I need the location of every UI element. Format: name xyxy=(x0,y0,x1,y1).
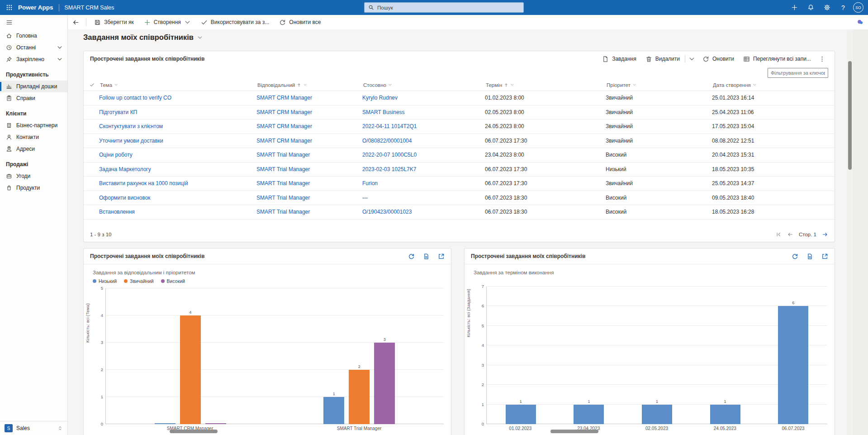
bar[interactable] xyxy=(205,423,226,424)
column-header[interactable]: Дата створення xyxy=(712,82,835,88)
table-row[interactable]: Follow up contact to verify COSMART CRM … xyxy=(84,91,835,105)
sidebar-item-cases[interactable]: Справи xyxy=(0,92,67,104)
create-button[interactable]: Створення xyxy=(139,15,196,29)
column-header[interactable]: Тема xyxy=(99,82,256,88)
bar[interactable] xyxy=(778,306,808,424)
bar[interactable] xyxy=(642,405,672,424)
topic-link[interactable]: Виставити рахунок на 1000 позицій xyxy=(99,180,188,186)
table-row[interactable]: ВстановленняSMART Trial ManagerO/190423/… xyxy=(84,205,835,220)
topic-link[interactable]: Задача Маркетологу xyxy=(99,166,151,172)
table-row[interactable]: Оціни роботуSMART Trial Manager2022-20-0… xyxy=(84,148,835,163)
delete-dropdown-button[interactable] xyxy=(686,52,697,66)
bar[interactable] xyxy=(574,405,604,424)
topic-link[interactable]: Уточнити умови доставки xyxy=(99,138,163,144)
bar[interactable] xyxy=(155,423,175,424)
bar[interactable] xyxy=(374,343,395,424)
legend-item[interactable]: Звичайний xyxy=(124,277,154,285)
sidebar-item-pinned[interactable]: Закріплено xyxy=(0,53,67,65)
chart-hscrollbar[interactable] xyxy=(550,430,598,433)
sidebar-item-partners[interactable]: Бізнес-партнери xyxy=(0,120,67,131)
app-name[interactable]: SMART CRM Sales xyxy=(65,5,114,11)
task-button[interactable]: Завдання xyxy=(598,52,640,66)
column-header[interactable]: Термін xyxy=(485,82,606,88)
settings-button[interactable] xyxy=(819,0,835,15)
owner-link[interactable]: SMART CRM Manager xyxy=(256,109,312,115)
owner-link[interactable]: SMART CRM Manager xyxy=(256,95,312,101)
regarding-link[interactable]: 2023-02-03 1025L7K7 xyxy=(362,166,416,172)
product-name[interactable]: Power Apps xyxy=(18,4,53,11)
account-avatar[interactable]: SO xyxy=(853,2,863,13)
sidebar-item-products[interactable]: Продукти xyxy=(0,182,67,194)
sidebar-item-recent[interactable]: Останні xyxy=(0,42,67,53)
environment-switcher[interactable]: S Sales xyxy=(0,421,67,435)
table-row[interactable]: Підготувати КПSMART CRM ManagerSMART Bus… xyxy=(84,105,835,120)
save-as-button[interactable]: Зберегти як xyxy=(89,15,139,29)
sidebar-item-dashboards[interactable]: Приладні дошки xyxy=(0,81,67,92)
new-item-button[interactable] xyxy=(786,0,802,15)
chart-hscrollbar[interactable] xyxy=(170,430,218,433)
view-records-icon[interactable] xyxy=(423,253,430,260)
regarding-link[interactable]: O/190423/00001023 xyxy=(362,209,412,215)
use-as-button[interactable]: Використовувати за з... xyxy=(196,15,275,29)
table-row[interactable]: Виставити рахунок на 1000 позиційSMART T… xyxy=(84,177,835,191)
sidebar-item-contacts[interactable]: Контакти xyxy=(0,131,67,143)
bar[interactable] xyxy=(323,397,344,424)
sidebar-toggle-button[interactable] xyxy=(0,15,67,30)
topic-link[interactable]: Встановлення xyxy=(99,209,135,215)
select-all-checkbox[interactable] xyxy=(84,82,99,87)
bar[interactable] xyxy=(506,405,536,424)
page-scrollbar-track[interactable] xyxy=(847,29,853,435)
expand-icon[interactable] xyxy=(438,253,445,260)
dashboard-selector[interactable]: Завдання моїх співробітників xyxy=(83,33,203,42)
owner-link[interactable]: SMART CRM Manager xyxy=(256,138,312,144)
owner-link[interactable]: SMART CRM Manager xyxy=(256,123,312,129)
view-records-icon[interactable] xyxy=(806,253,813,260)
table-row[interactable]: Задача МаркетологуSMART Trial Manager202… xyxy=(84,163,835,177)
regarding-link[interactable]: SMART Business xyxy=(362,109,405,115)
refresh-all-button[interactable]: Оновити все xyxy=(274,15,326,29)
view-all-records-button[interactable]: Переглянути всі запи... xyxy=(739,52,815,66)
first-page-icon[interactable] xyxy=(775,231,782,238)
owner-link[interactable]: SMART Trial Manager xyxy=(256,180,310,186)
topic-link[interactable]: Підготувати КП xyxy=(99,109,137,115)
column-header[interactable]: Відповідальний xyxy=(256,82,362,88)
topic-link[interactable]: Сконтуктувати з клієнтом xyxy=(99,123,163,129)
help-button[interactable]: ? xyxy=(835,0,851,15)
bar[interactable] xyxy=(180,315,201,424)
expand-icon[interactable] xyxy=(821,253,828,260)
table-row[interactable]: Оформити висновокSMART Trial Manager---0… xyxy=(84,191,835,206)
global-search-box[interactable]: Пошук xyxy=(364,2,524,13)
bar[interactable] xyxy=(349,370,370,424)
notifications-button[interactable] xyxy=(802,0,819,15)
refresh-button[interactable]: Оновити xyxy=(698,52,738,66)
keyword-filter-input[interactable] xyxy=(768,68,828,78)
page-scrollbar-thumb[interactable] xyxy=(848,61,852,170)
chat-icon[interactable] xyxy=(857,19,864,25)
regarding-link[interactable]: O/080822/00001004 xyxy=(362,138,412,144)
more-commands-button[interactable] xyxy=(816,52,828,66)
regarding-link[interactable]: Kyrylo Rudnev xyxy=(362,95,398,101)
column-header[interactable]: Пріоритет xyxy=(606,82,712,88)
table-row[interactable]: Уточнити умови доставкиSMART CRM Manager… xyxy=(84,134,835,148)
next-page-icon[interactable] xyxy=(822,231,828,238)
regarding-link[interactable]: 2022-20-07 1000C5L0 xyxy=(362,152,417,158)
refresh-icon[interactable] xyxy=(408,253,415,260)
bar[interactable] xyxy=(710,405,740,424)
column-header[interactable]: Стосовно xyxy=(362,82,485,88)
owner-link[interactable]: SMART Trial Manager xyxy=(256,152,310,158)
regarding-link[interactable]: 2022-04-11 1014T2Q1 xyxy=(362,123,417,129)
refresh-icon[interactable] xyxy=(792,253,798,260)
waffle-menu-button[interactable] xyxy=(0,0,18,15)
sidebar-item-deals[interactable]: Угоди xyxy=(0,170,67,182)
owner-link[interactable]: SMART Trial Manager xyxy=(256,166,310,172)
legend-item[interactable]: Низький xyxy=(93,277,117,285)
back-button[interactable] xyxy=(68,19,83,26)
owner-link[interactable]: SMART Trial Manager xyxy=(256,209,310,215)
legend-item[interactable]: Високий xyxy=(161,277,185,285)
regarding-link[interactable]: Furion xyxy=(362,180,378,186)
sidebar-item-addresses[interactable]: Адреси xyxy=(0,143,67,155)
topic-link[interactable]: Оформити висновок xyxy=(99,195,151,201)
topic-link[interactable]: Follow up contact to verify CO xyxy=(99,95,171,101)
topic-link[interactable]: Оціни роботу xyxy=(99,152,133,158)
prev-page-icon[interactable] xyxy=(787,231,793,238)
